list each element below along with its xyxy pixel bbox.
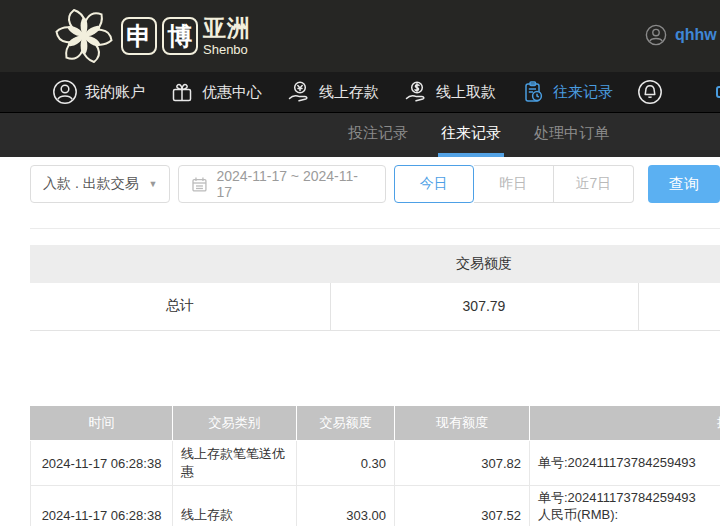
- calendar-icon: [191, 176, 208, 193]
- last-7-days-button[interactable]: 近7日: [554, 165, 634, 203]
- order-number: 单号:202411173784259493: [538, 455, 720, 472]
- nav-label: 线上存款: [319, 83, 379, 102]
- cell-balance: 307.52: [395, 486, 530, 526]
- records-table: 时间 交易类别 交易额度 现有额度 摘要 2024-11-17 06:28:38…: [30, 406, 720, 526]
- nav-label: 优惠中心: [202, 83, 262, 102]
- quick-date-group: 今日 昨日 近7日: [394, 165, 634, 203]
- summary-total-row: 总计 307.79: [30, 283, 720, 330]
- yesterday-button[interactable]: 昨日: [474, 165, 554, 203]
- user-account[interactable]: qhhw: [645, 24, 717, 46]
- clipboard-clock-icon: [520, 79, 546, 105]
- filter-bar: 入款 . 出款交易 ▼ 2024-11-17 ~ 2024-11-17 今日 昨…: [0, 157, 720, 203]
- summary-total-empty: [638, 283, 720, 330]
- summary-table: 交易额度 总计 307.79: [30, 245, 720, 331]
- nav-item-transactions[interactable]: 往来记录: [520, 79, 613, 105]
- bell-icon: [637, 79, 663, 105]
- summary-header-empty: [30, 245, 330, 283]
- avatar-icon: [645, 24, 667, 46]
- cell-time: 2024-11-17 06:28:38: [31, 441, 173, 486]
- record-tabs: 投注记录 往来记录 处理中订单: [0, 113, 720, 157]
- tab-transaction-records[interactable]: 往来记录: [438, 113, 504, 157]
- nav-item-notifications[interactable]: [637, 79, 663, 105]
- cell-amount: 303.00: [297, 486, 395, 526]
- col-header-summary: 摘要: [530, 406, 720, 441]
- col-header-type: 交易类别: [173, 406, 297, 441]
- date-range-value: 2024-11-17 ~ 2024-11-17: [216, 168, 372, 200]
- section-divider: [30, 228, 720, 229]
- cell-type: 线上存款: [173, 486, 297, 526]
- table-row: 2024-11-17 06:28:38 线上存款 303.00 307.52 单…: [31, 486, 720, 526]
- top-header: 申 博 亚洲 Shenbo qhhw: [0, 0, 720, 72]
- withdraw-coin-hand-icon: [403, 79, 429, 105]
- nav-item-withdraw[interactable]: 线上取款: [403, 79, 496, 105]
- nav-label: 往来记录: [553, 83, 613, 102]
- summary-total-label: 总计: [30, 283, 330, 330]
- cell-time: 2024-11-17 06:28:38: [31, 486, 173, 526]
- main-navigation: 我的账户 优惠中心 线上存款: [0, 72, 720, 113]
- summary-header-empty2: [638, 245, 720, 283]
- transaction-type-value: 入款 . 出款交易: [43, 175, 139, 193]
- nav-label: 线上取款: [436, 83, 496, 102]
- nav-label: 我的账户: [85, 83, 145, 102]
- date-range-input[interactable]: 2024-11-17 ~ 2024-11-17: [178, 165, 385, 203]
- user-icon: [52, 79, 78, 105]
- nav-item-my-account[interactable]: 我的账户: [52, 79, 145, 105]
- cell-type: 线上存款笔笔送优惠: [173, 441, 297, 486]
- chevron-down-icon: ▼: [149, 179, 158, 189]
- lotus-flower-icon: [52, 4, 116, 68]
- cell-balance: 307.82: [395, 441, 530, 486]
- username-text: qhhw: [675, 26, 717, 44]
- nav-item-promotions[interactable]: 优惠中心: [169, 79, 262, 105]
- tab-pending-orders[interactable]: 处理中订单: [531, 113, 612, 157]
- cell-amount: 0.30: [297, 441, 395, 486]
- records-header-row: 时间 交易类别 交易额度 现有额度 摘要: [31, 406, 720, 441]
- logo-region-text: 亚洲: [203, 17, 251, 40]
- currency-line: 人民币(RMB):: [538, 507, 720, 524]
- partial-next-icon: [716, 86, 720, 98]
- deposit-coin-hand-icon: [286, 79, 312, 105]
- gift-icon: [169, 79, 195, 105]
- col-header-time: 时间: [31, 406, 173, 441]
- cell-summary: 单号:202411173784259493 人民币(RMB): 303: [530, 486, 720, 526]
- col-header-amount: 交易额度: [297, 406, 395, 441]
- summary-header-amount: 交易额度: [330, 245, 638, 283]
- cell-summary: 单号:202411173784259493: [530, 441, 720, 486]
- table-row: 2024-11-17 06:28:38 线上存款笔笔送优惠 0.30 307.8…: [31, 441, 720, 486]
- search-button[interactable]: 查询: [648, 165, 720, 203]
- logo-char-bo: 博: [162, 17, 198, 55]
- today-button[interactable]: 今日: [394, 165, 474, 203]
- order-number: 单号:202411173784259493: [538, 490, 720, 507]
- logo-english-text: Shenbo: [203, 43, 251, 56]
- summary-header-row: 交易额度: [30, 245, 720, 283]
- col-header-balance: 现有额度: [395, 406, 530, 441]
- transaction-type-select[interactable]: 入款 . 出款交易 ▼: [30, 165, 170, 203]
- brand-logo[interactable]: 申 博 亚洲 Shenbo: [52, 4, 251, 68]
- tab-betting-records[interactable]: 投注记录: [345, 113, 411, 157]
- logo-char-shen: 申: [121, 17, 157, 55]
- summary-total-value: 307.79: [330, 283, 638, 330]
- nav-item-deposit[interactable]: 线上存款: [286, 79, 379, 105]
